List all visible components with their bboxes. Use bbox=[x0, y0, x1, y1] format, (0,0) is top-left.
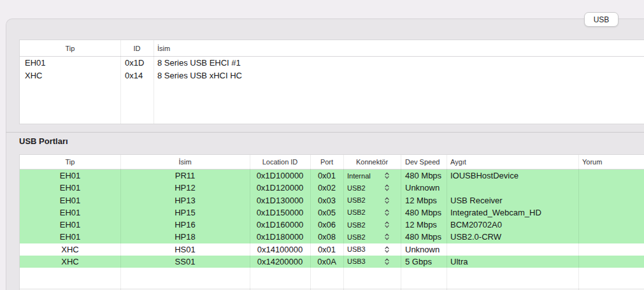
controllers-table-header: Tip ID İsim bbox=[20, 40, 644, 57]
column-header-isim[interactable]: İsim bbox=[154, 45, 644, 52]
column-header-konnektor[interactable]: Konnektör bbox=[343, 158, 401, 166]
connector-value: USB2 bbox=[347, 196, 366, 204]
port-device: Integrated_Webcam_HD bbox=[447, 208, 578, 217]
port-name: PR11 bbox=[120, 171, 250, 180]
port-controller-tip: EH01 bbox=[20, 232, 120, 242]
usb-ports-table: Tip İsim Location ID Port Konnektör Dev … bbox=[19, 154, 644, 290]
ports-table-body: EH01 PR11 0x1D100000 0x01 Internal 480 M… bbox=[20, 170, 644, 268]
port-dev-speed: 480 Mbps bbox=[401, 171, 447, 180]
port-device: IOUSBHostDevice bbox=[447, 171, 578, 180]
connector-dropdown[interactable]: USB2 bbox=[343, 221, 401, 229]
port-location-id: 0x1D180000 bbox=[250, 232, 310, 242]
column-divider bbox=[401, 155, 401, 290]
column-header-id[interactable]: ID bbox=[120, 45, 154, 52]
column-divider bbox=[154, 40, 154, 124]
port-location-id: 0x1D130000 bbox=[250, 196, 310, 205]
usb-tab-button[interactable]: USB bbox=[584, 12, 619, 27]
controller-row[interactable]: EH01 0x1D 8 Series USB EHCI #1 bbox=[20, 57, 644, 69]
column-header-tip[interactable]: Tip bbox=[20, 158, 120, 166]
port-dev-speed: 5 Gbps bbox=[401, 257, 447, 266]
port-name: HP16 bbox=[120, 220, 250, 229]
port-controller-tip: XHC bbox=[20, 257, 120, 266]
connector-dropdown[interactable]: USB3 bbox=[343, 257, 401, 265]
port-controller-tip: EH01 bbox=[20, 183, 120, 192]
popup-updown-chevrons-icon bbox=[385, 184, 389, 191]
column-header-aygit[interactable]: Aygıt bbox=[447, 158, 578, 166]
port-number: 0x01 bbox=[310, 171, 343, 180]
controller-name: 8 Series USB xHCI HC bbox=[154, 71, 644, 80]
column-header-port[interactable]: Port bbox=[310, 158, 343, 166]
connector-value: USB2 bbox=[347, 208, 366, 216]
popup-updown-chevrons-icon bbox=[385, 172, 389, 179]
port-name: SS01 bbox=[120, 257, 250, 266]
port-number: 0x06 bbox=[310, 220, 343, 229]
section-divider bbox=[6, 132, 644, 133]
popup-updown-chevrons-icon bbox=[385, 197, 389, 204]
port-dev-speed: 12 Mbps bbox=[401, 220, 447, 229]
connector-dropdown[interactable]: USB2 bbox=[343, 208, 401, 216]
port-dev-speed: 480 Mbps bbox=[401, 208, 447, 217]
port-row[interactable]: EH01 HP13 0x1D130000 0x03 USB2 12 Mbps U… bbox=[20, 194, 644, 207]
connector-value: USB2 bbox=[347, 184, 366, 192]
port-name: HS01 bbox=[120, 245, 250, 254]
port-dev-speed: Unknown bbox=[401, 245, 447, 254]
port-row[interactable]: EH01 HP12 0x1D120000 0x02 USB2 Unknown bbox=[20, 182, 644, 194]
connector-dropdown[interactable]: USB2 bbox=[343, 196, 401, 204]
port-location-id: 0x1D100000 bbox=[250, 171, 310, 180]
popup-updown-chevrons-icon bbox=[385, 209, 389, 216]
controller-name: 8 Series USB EHCI #1 bbox=[154, 58, 644, 68]
connector-dropdown[interactable]: USB2 bbox=[343, 184, 401, 192]
port-row[interactable]: XHC HS01 0x14100000 0x01 USB3 Unknown bbox=[20, 243, 644, 256]
port-row[interactable]: EH01 HP18 0x1D180000 0x08 USB2 480 Mbps … bbox=[20, 231, 644, 243]
port-location-id: 0x1D120000 bbox=[250, 183, 310, 192]
port-location-id: 0x1D150000 bbox=[250, 208, 310, 217]
column-header-tip[interactable]: Tip bbox=[20, 45, 120, 52]
port-number: 0x02 bbox=[310, 183, 343, 192]
ports-table-header: Tip İsim Location ID Port Konnektör Dev … bbox=[20, 155, 644, 170]
port-device: Ultra bbox=[447, 257, 578, 266]
controller-id: 0x1D bbox=[120, 58, 154, 68]
controller-row[interactable]: XHC 0x14 8 Series USB xHCI HC bbox=[20, 69, 644, 82]
port-controller-tip: EH01 bbox=[20, 220, 120, 229]
column-divider bbox=[447, 155, 447, 290]
connector-value: USB2 bbox=[347, 233, 366, 241]
port-controller-tip: EH01 bbox=[20, 196, 120, 205]
connector-value: Internal bbox=[347, 172, 371, 180]
controller-id: 0x14 bbox=[120, 71, 154, 80]
port-number: 0x05 bbox=[310, 208, 343, 217]
ports-section-title: USB Portları bbox=[19, 136, 68, 146]
column-header-dev-speed[interactable]: Dev Speed bbox=[401, 158, 447, 166]
column-header-yorum[interactable]: Yorum bbox=[578, 158, 644, 166]
column-divider bbox=[578, 155, 579, 290]
port-device: USB Receiver bbox=[447, 196, 578, 205]
port-name: HP15 bbox=[120, 208, 250, 217]
port-controller-tip: XHC bbox=[20, 245, 120, 254]
port-number: 0x01 bbox=[310, 245, 343, 254]
port-row[interactable]: EH01 HP16 0x1D160000 0x06 USB2 12 Mbps B… bbox=[20, 219, 644, 231]
popup-updown-chevrons-icon bbox=[385, 258, 389, 265]
port-row[interactable]: XHC SS01 0x14200000 0x0A USB3 5 Gbps Ult… bbox=[20, 256, 644, 268]
column-divider bbox=[120, 155, 121, 290]
port-row[interactable]: EH01 HP15 0x1D150000 0x05 USB2 480 Mbps … bbox=[20, 207, 644, 219]
connector-value: USB3 bbox=[347, 245, 366, 253]
controller-tip: XHC bbox=[20, 71, 120, 80]
port-dev-speed: 12 Mbps bbox=[401, 196, 447, 205]
column-divider bbox=[250, 155, 250, 290]
controller-tip: EH01 bbox=[20, 58, 120, 68]
port-dev-speed: Unknown bbox=[401, 183, 447, 192]
port-name: HP18 bbox=[120, 232, 250, 242]
port-controller-tip: EH01 bbox=[20, 208, 120, 217]
popup-updown-chevrons-icon bbox=[385, 246, 389, 253]
port-name: HP12 bbox=[120, 183, 250, 192]
connector-dropdown[interactable]: USB2 bbox=[343, 233, 401, 241]
connector-dropdown[interactable]: Internal bbox=[343, 172, 401, 180]
column-header-location-id[interactable]: Location ID bbox=[250, 158, 310, 166]
column-header-isim[interactable]: İsim bbox=[120, 158, 250, 166]
port-device: USB2.0-CRW bbox=[447, 232, 578, 242]
port-number: 0x08 bbox=[310, 232, 343, 242]
column-divider bbox=[310, 155, 311, 290]
connector-dropdown[interactable]: USB3 bbox=[343, 245, 401, 253]
port-dev-speed: 480 Mbps bbox=[401, 232, 447, 242]
port-row[interactable]: EH01 PR11 0x1D100000 0x01 Internal 480 M… bbox=[20, 170, 644, 182]
usb-controllers-table: Tip ID İsim EH01 0x1D 8 Series USB EHCI … bbox=[19, 40, 644, 124]
